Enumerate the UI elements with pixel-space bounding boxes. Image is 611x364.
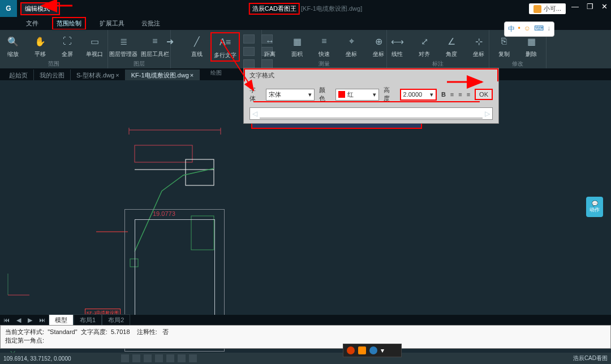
mtext-button[interactable]: A≡多行文字 (210, 32, 240, 62)
aligned-icon: ⤢ (416, 33, 432, 49)
color-select[interactable]: 红▾ (335, 89, 379, 101)
tab-nav-next[interactable]: ▶ (24, 317, 36, 324)
ime-keyboard[interactable]: ⌨ (534, 24, 544, 34)
linear-icon: ⟷ (389, 33, 405, 49)
tab-right-icon[interactable]: ▷ (483, 110, 492, 118)
close-icon[interactable]: × (190, 72, 193, 79)
zoom-icon: 🔍 (5, 33, 21, 49)
app-name: 浩辰CAD看图王 (249, 3, 300, 15)
rect-button[interactable] (243, 34, 255, 44)
tray-expand-icon[interactable]: ▾ (381, 346, 389, 354)
coord-button[interactable]: ⌖坐标 (338, 32, 365, 59)
ime-punct[interactable]: • (518, 24, 520, 34)
line-icon: ╱ (189, 33, 205, 49)
chevron-down-icon: ▾ (308, 91, 312, 98)
tab-cloud[interactable]: 我的云图 (34, 70, 71, 81)
font-select[interactable]: 宋体▾ (266, 89, 315, 101)
bold-button[interactable]: B (441, 91, 446, 98)
tray-icon-2[interactable] (358, 346, 366, 354)
mode-dropdown[interactable]: 编辑模式 ▾ (20, 2, 60, 15)
tab-nav-prev[interactable]: ◀ (13, 317, 24, 324)
quick-button[interactable]: ≡快速 (311, 32, 338, 59)
lwt-toggle[interactable] (189, 354, 197, 362)
ribbon-label-layer: 图层 (134, 59, 145, 68)
ok-button[interactable]: OK (475, 89, 493, 100)
ribbon-group-draw: ➜ ╱直线 A≡多行文字 绘图 (171, 30, 262, 68)
tab-left-icon[interactable]: ◁ (250, 110, 260, 118)
layout-tab-1[interactable]: 布局1 (74, 314, 102, 326)
coord-icon: ⌖ (343, 33, 359, 49)
snap-toggle[interactable] (121, 354, 129, 362)
layout-tabs: ⏮ ◀ ▶ ⏭ 模型 布局1 布局2 (0, 315, 611, 325)
zoom-button[interactable]: 🔍缩放 (0, 32, 27, 59)
font-label: 字体 (249, 86, 261, 103)
tab-doc-1[interactable]: S-型材表.dwg× (71, 70, 126, 81)
chevron-down-icon: ▾ (430, 91, 433, 98)
align-center-button[interactable]: ≡ (458, 91, 462, 98)
menu-extend[interactable]: 扩展工具 (96, 18, 128, 29)
tab-doc-2[interactable]: KF-1电缆敷设图.dwg× (126, 70, 200, 81)
tab-nav-last[interactable]: ⏭ (36, 317, 49, 323)
bolt-icon: ≡ (316, 33, 332, 49)
line-button[interactable]: ╱直线 (183, 32, 210, 59)
layer-manager-button[interactable]: ≣图层管理器 (107, 32, 139, 59)
fullscreen-icon: ⛶ (59, 33, 75, 49)
osnap-toggle[interactable] (166, 354, 174, 362)
tray-icon-1[interactable] (347, 346, 355, 354)
distance-icon: ↔ (262, 33, 278, 49)
angle-button[interactable]: ∠角度 (438, 32, 465, 59)
window-controls: — ❐ ✕ (571, 2, 608, 11)
arrow-button[interactable]: ➜ (156, 32, 183, 58)
file-name: [KF-1电缆敷设图.dwg] (301, 5, 362, 13)
circle-button[interactable] (243, 47, 255, 56)
chevron-down-icon: ▾ (373, 91, 376, 98)
ime-emoji[interactable]: ☺ (524, 24, 531, 34)
command-line[interactable]: 当前文字样式: "Standard" 文字高度: 5.7018 注释性: 否 指… (0, 325, 611, 349)
align-right-button[interactable]: ≡ (467, 91, 470, 98)
tab-start[interactable]: 起始页 (3, 70, 34, 81)
chevron-down-icon: ▾ (52, 5, 55, 12)
viewport-button[interactable]: ▭单视口 (81, 32, 108, 59)
menu-cloud[interactable]: 云批注 (138, 18, 163, 29)
system-tray: ▾ (343, 344, 402, 357)
otrack-toggle[interactable] (178, 354, 186, 362)
text-format-panel[interactable]: 文字格式 字体 宋体▾ 颜色 红▾ 高度 2.0000▾ B ≡ ≡ ≡ OK … (243, 68, 499, 124)
grid-toggle[interactable] (132, 354, 140, 362)
minimize-button[interactable]: — (571, 2, 579, 11)
close-icon[interactable]: × (115, 72, 119, 79)
panel-title: 文字格式 (244, 68, 498, 81)
user-account[interactable]: 小可... (529, 3, 566, 14)
pan-button[interactable]: ✋平移 (27, 32, 54, 59)
color-label: 颜色 (319, 86, 331, 103)
tray-icon-3[interactable] (369, 346, 377, 354)
ruler[interactable]: ◁ ▷ (249, 107, 493, 120)
menu-file[interactable]: 文件 (23, 18, 42, 29)
fullscreen-button[interactable]: ⛶全屏 (54, 32, 81, 59)
ribbon-label-measure: 测量 (319, 59, 330, 68)
menu-draw[interactable]: 范围绘制 (52, 17, 86, 30)
ortho-toggle[interactable] (144, 354, 152, 362)
ordinate-button[interactable]: ⊹坐标 (465, 32, 492, 59)
layout-tab-model[interactable]: 模型 (49, 314, 74, 326)
layout-tab-2[interactable]: 布局2 (102, 314, 130, 326)
ime-lang[interactable]: 中 (508, 24, 515, 34)
polar-toggle[interactable] (155, 354, 163, 362)
ime-more[interactable]: ↓ (547, 24, 550, 34)
ruler-ticks (260, 108, 483, 119)
distance-button[interactable]: ↔距离 (256, 32, 283, 59)
ribbon-group-measure: ↔距离 ▦面积 ≡快速 ⌖坐标 ⊕坐标 测量 (262, 30, 387, 68)
area-button[interactable]: ▦面积 (283, 32, 311, 59)
maximize-button[interactable]: ❐ (587, 2, 593, 11)
ime-toolbar[interactable]: 中 • ☺ ⌨ ↓ (504, 21, 554, 37)
height-input[interactable]: 2.0000▾ (400, 89, 437, 101)
app-logo[interactable]: G (0, 0, 17, 17)
linear-button[interactable]: ⟷线性 (384, 32, 411, 59)
dimension-text: 19.0773 (153, 210, 175, 217)
tab-nav-first[interactable]: ⏮ (0, 317, 13, 323)
status-bar: 109.6914, 33.7152, 0.0000 浩辰CAD看图 (0, 353, 611, 364)
close-button[interactable]: ✕ (601, 2, 608, 11)
action-widget[interactable]: 💬 动作 (586, 197, 603, 217)
aligned-button[interactable]: ⤢对齐 (411, 32, 438, 59)
align-left-button[interactable]: ≡ (450, 91, 454, 98)
ellipse-button[interactable] (243, 59, 255, 68)
